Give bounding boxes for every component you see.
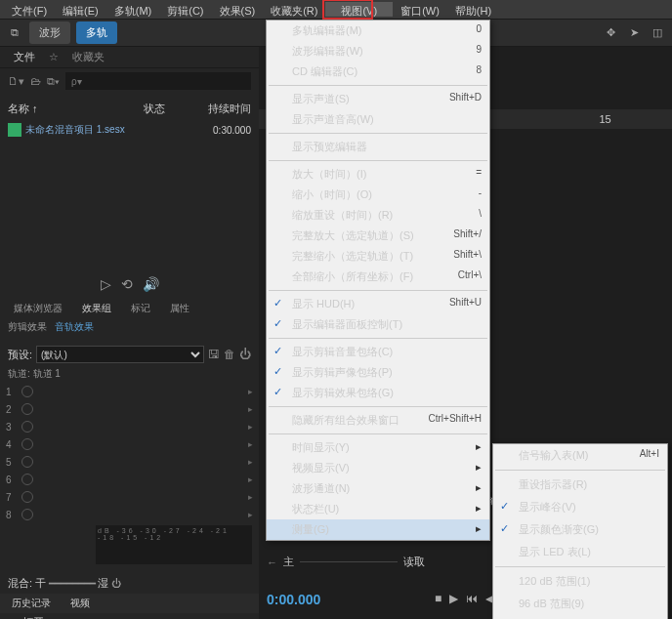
speaker-icon[interactable]: 🔊 — [143, 276, 159, 292]
record-icon[interactable]: ⧉▾ — [47, 75, 60, 88]
open-file-icon[interactable]: 🗁 — [30, 75, 41, 87]
menu-view[interactable]: 视图(V) — [325, 2, 393, 17]
mi-show-editor-controls[interactable]: ✓显示编辑器面板控制(T) — [267, 314, 489, 335]
col-name[interactable]: 名称 ↑ — [8, 102, 144, 116]
file-table: 名称 ↑ 状态 持续时间 未命名混音项目 1.sesx 0:30.000 — [0, 94, 259, 144]
effect-slot[interactable]: 1▸ — [0, 383, 259, 400]
mi-multitrack-editor[interactable]: 多轨编辑器(M)0 — [267, 21, 489, 41]
mi-zoom-out-all[interactable]: 全部缩小（所有坐标）(F)Ctrl+\ — [267, 267, 489, 287]
mi-show-valleys[interactable]: ✓显示峰谷(V) — [493, 496, 667, 518]
subtab-trackfx[interactable]: 音轨效果 — [55, 320, 94, 340]
mi-status-bar[interactable]: 状态栏(U)▸ — [267, 499, 489, 519]
power-icon[interactable] — [21, 421, 33, 433]
mi-show-pitch[interactable]: 显示声道音高(W) — [267, 109, 489, 130]
mi-show-channels[interactable]: 显示声道(S)Shift+D — [267, 89, 489, 109]
mi-clip-fx-env[interactable]: ✓显示剪辑效果包络(G) — [267, 383, 489, 403]
mi-zoom-out[interactable]: 缩小（时间）(O)- — [267, 185, 489, 205]
check-icon: ✓ — [273, 317, 282, 330]
search-input[interactable] — [65, 72, 251, 90]
subtab-clipfx[interactable]: 剪辑效果 — [8, 320, 47, 340]
mi-96db[interactable]: 96 dB 范围(9) — [493, 593, 667, 615]
tab-multitrack[interactable]: 多轨 — [76, 21, 117, 44]
save-preset-icon[interactable]: 🖫 — [208, 348, 220, 361]
mi-time-display[interactable]: 时间显示(Y)▸ — [267, 437, 489, 458]
menu-edit[interactable]: 编辑(E) — [55, 2, 106, 17]
menu-clip[interactable]: 剪辑(C) — [159, 2, 211, 17]
menu-multi[interactable]: 多轨(M) — [106, 2, 160, 17]
power-icon[interactable]: ⏻ — [239, 348, 251, 361]
preset-select[interactable]: (默认) — [36, 346, 204, 363]
tab-properties[interactable]: 属性 — [162, 299, 197, 320]
read-mode[interactable]: 读取 — [403, 555, 425, 569]
effect-slot[interactable]: 4▸ — [0, 435, 259, 453]
tab-markers[interactable]: 标记 — [123, 299, 158, 320]
mi-72db[interactable]: 72 dB 范围(7) — [493, 615, 667, 619]
power-icon[interactable] — [21, 509, 33, 520]
files-tab[interactable]: 文件 — [8, 48, 41, 66]
mi-waveform-channels[interactable]: 波形通道(N)▸ — [267, 478, 489, 499]
master-row: ←主 读取 — [267, 555, 425, 569]
effect-slot[interactable]: 3▸ — [0, 418, 259, 435]
arrow-tool-icon[interactable]: ➤ — [625, 24, 643, 42]
power-icon[interactable] — [21, 403, 33, 415]
tab-video[interactable]: 视频 — [64, 594, 96, 613]
stop-button[interactable]: ■ — [435, 592, 441, 605]
play-button[interactable]: ▶ — [449, 592, 458, 605]
play-icon[interactable]: ▷ — [101, 276, 111, 292]
effect-slot[interactable]: 6▸ — [0, 471, 259, 488]
menu-help[interactable]: 帮助(H) — [447, 2, 499, 17]
mi-hide-fx-windows[interactable]: 隐藏所有组合效果窗口Ctrl+Shift+H — [267, 410, 489, 431]
power-icon[interactable] — [21, 491, 33, 503]
mi-zoom-in[interactable]: 放大（时间）(I)= — [267, 164, 489, 185]
star-icon[interactable]: ☆ — [49, 51, 59, 63]
effect-slot[interactable]: 7▸ — [0, 488, 259, 506]
mi-clip-vol-env[interactable]: ✓显示剪辑音量包络(C) — [267, 342, 489, 362]
mi-led-meters[interactable]: 显示 LED 表(L) — [493, 541, 667, 563]
mi-show-hud[interactable]: ✓显示 HUD(H)Shift+U — [267, 294, 489, 314]
waveform-icon[interactable]: ⧉ — [6, 24, 23, 42]
mi-zoom-in-track[interactable]: 完整放大（选定轨道）(S)Shift+/ — [267, 226, 489, 246]
delete-preset-icon[interactable]: 🗑 — [224, 348, 235, 361]
menu-window[interactable]: 窗口(W) — [393, 2, 447, 17]
history-item[interactable]: 🗁 打开 — [8, 615, 44, 619]
col-state[interactable]: 状态 — [144, 102, 192, 116]
mi-120db[interactable]: 120 dB 范围(1) — [493, 570, 667, 593]
power-icon[interactable] — [21, 438, 33, 450]
mi-metering[interactable]: 测量(G)▸ — [267, 519, 489, 540]
tab-history[interactable]: 历史记录 — [6, 594, 57, 613]
skip-back-button[interactable]: ⏮ — [466, 592, 478, 605]
tool-icon[interactable]: ◫ — [649, 24, 666, 42]
effect-subtabs: 剪辑效果 音轨效果 — [0, 320, 259, 340]
loop-icon[interactable]: ⟲ — [121, 276, 133, 292]
check-icon: ✓ — [273, 297, 282, 310]
move-tool-icon[interactable]: ✥ — [602, 24, 619, 42]
mi-clip-pan-env[interactable]: ✓显示剪辑声像包络(P) — [267, 362, 489, 383]
tab-media-browser[interactable]: 媒体浏览器 — [6, 299, 70, 320]
tab-effects-rack[interactable]: 效果组 — [74, 299, 119, 320]
mi-cd-editor[interactable]: CD 编辑器(C)8 — [267, 62, 489, 82]
effect-slot[interactable]: 8▸ — [0, 506, 259, 523]
mi-color-gradient[interactable]: ✓显示颜色渐变(G) — [493, 518, 667, 541]
menu-effect[interactable]: 效果(S) — [212, 2, 264, 17]
power-icon[interactable] — [21, 386, 33, 397]
mi-reset-indicators[interactable]: 重设指示器(R) — [493, 474, 667, 496]
mi-zoom-out-track[interactable]: 完整缩小（选定轨道）(T)Shift+\ — [267, 246, 489, 267]
menu-file[interactable]: 文件(F) — [4, 2, 55, 17]
menu-fav[interactable]: 收藏夹(R) — [263, 2, 325, 17]
col-duration[interactable]: 持续时间 — [192, 102, 251, 116]
effect-slot[interactable]: 2▸ — [0, 400, 259, 418]
favorites-tab[interactable]: 收藏夹 — [66, 48, 110, 66]
power-icon[interactable] — [21, 456, 33, 468]
tab-waveform[interactable]: 波形 — [29, 21, 70, 44]
new-file-icon[interactable]: 🗋▾ — [8, 75, 24, 88]
mi-video-display[interactable]: 视频显示(V)▸ — [267, 458, 489, 478]
power-icon[interactable] — [21, 474, 33, 485]
mi-waveform-editor[interactable]: 波形编辑器(W)9 — [267, 41, 489, 62]
effect-slot[interactable]: 5▸ — [0, 453, 259, 471]
mi-preview-editor[interactable]: 显示预览编辑器 — [267, 137, 489, 157]
file-duration: 0:30.000 — [192, 125, 251, 136]
file-name: 未命名混音项目 1.sesx — [25, 123, 192, 137]
file-row[interactable]: 未命名混音项目 1.sesx 0:30.000 — [8, 120, 251, 140]
mi-zoom-reset[interactable]: 缩放重设（时间）(R)\ — [267, 205, 489, 226]
mi-signal-input[interactable]: 信号输入表(M)Alt+I — [493, 444, 667, 467]
